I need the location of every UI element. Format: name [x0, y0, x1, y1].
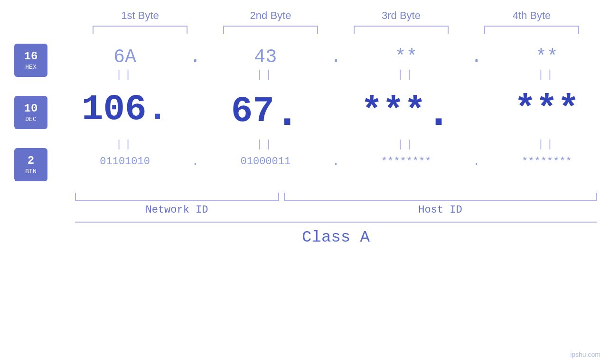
- hex-b2: 43: [218, 47, 313, 68]
- hex-b1: 6A: [77, 47, 172, 68]
- bottom-area: Network ID Host ID Class A: [75, 193, 597, 246]
- eq2-b1: ||: [77, 139, 172, 150]
- dec-b1: 106.: [77, 89, 172, 130]
- hex-row: 6A . 43 . ** . **: [62, 39, 610, 68]
- bracket-byte4: [484, 26, 579, 34]
- badge-bin-num: 2: [28, 154, 34, 168]
- bin-dot1: .: [188, 155, 202, 168]
- bracket-network: [75, 193, 279, 201]
- badge-hex-label: HEX: [25, 64, 36, 71]
- badge-dec-num: 10: [24, 102, 38, 116]
- byte-headers: 1st Byte 2nd Byte 3rd Byte 4th Byte: [75, 9, 597, 22]
- section-labels: Network ID Host ID: [75, 204, 597, 216]
- data-grid: 6A . 43 . ** . ** || || || || 106.: [62, 34, 610, 172]
- bin-b1: 01101010: [77, 156, 172, 168]
- top-brackets: [75, 26, 597, 34]
- badge-dec: 10 DEC: [14, 96, 47, 129]
- bin-dot2: .: [329, 155, 343, 168]
- network-id-label: Network ID: [75, 204, 279, 216]
- dec-b3: ***.: [359, 85, 454, 134]
- content-row: 16 HEX 10 DEC 2 BIN 6A . 43 . ** . **: [0, 34, 610, 191]
- eq2-b2: ||: [218, 139, 313, 150]
- bin-b4: ********: [499, 156, 594, 168]
- main-container: 1st Byte 2nd Byte 3rd Byte 4th Byte 16 H…: [0, 0, 610, 364]
- hex-dot2: .: [329, 47, 343, 68]
- byte3-header: 3rd Byte: [354, 9, 449, 22]
- badges-column: 16 HEX 10 DEC 2 BIN: [0, 34, 62, 191]
- eq1-b2: ||: [218, 69, 313, 81]
- bin-b3: ********: [359, 156, 454, 168]
- eq2-b3: ||: [359, 139, 454, 150]
- byte2-header: 2nd Byte: [223, 9, 318, 22]
- class-label: Class A: [302, 228, 370, 246]
- eq1-b3: ||: [359, 69, 454, 81]
- eq1-b1: ||: [77, 69, 172, 81]
- badge-bin: 2 BIN: [14, 148, 47, 181]
- host-id-label: Host ID: [284, 204, 597, 216]
- bracket-byte2: [223, 26, 318, 34]
- class-section: Class A: [75, 222, 597, 246]
- byte1-header: 1st Byte: [93, 9, 188, 22]
- equals-row2: || || || ||: [62, 138, 610, 151]
- dec-b4: ***: [499, 89, 594, 130]
- badge-hex-num: 16: [24, 50, 38, 64]
- bracket-host: [284, 193, 597, 201]
- byte4-header: 4th Byte: [484, 9, 579, 22]
- watermark: ipshu.com: [570, 351, 601, 358]
- bin-row: 01101010 . 01000011 . ******** . *******…: [62, 151, 610, 172]
- hex-dot3: .: [469, 47, 484, 68]
- bin-b2: 01000011: [218, 156, 313, 168]
- bracket-byte1: [93, 26, 188, 34]
- equals-row1: || || || ||: [62, 68, 610, 82]
- dec-b2: 67.: [218, 85, 313, 134]
- hex-b3: **: [359, 47, 454, 68]
- bottom-brackets: [75, 193, 597, 201]
- dec-row: 106. 67. ***. ***: [62, 82, 610, 138]
- eq1-b4: ||: [499, 69, 594, 81]
- badge-bin-label: BIN: [25, 168, 36, 175]
- badge-hex: 16 HEX: [14, 44, 47, 77]
- badge-dec-label: DEC: [25, 116, 36, 123]
- hex-dot1: .: [188, 47, 202, 68]
- hex-b4: **: [499, 47, 594, 68]
- eq2-b4: ||: [499, 139, 594, 150]
- bracket-byte3: [354, 26, 449, 34]
- bin-dot3: .: [469, 155, 484, 168]
